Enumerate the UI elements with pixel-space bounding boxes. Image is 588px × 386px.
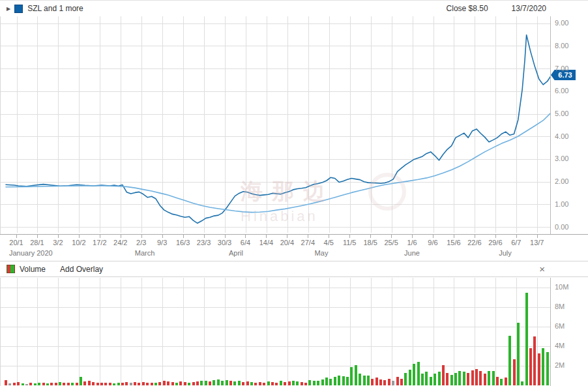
price-ytick-label: 9.00 <box>555 19 568 27</box>
volume-bar <box>130 383 132 386</box>
volume-bar <box>301 382 303 385</box>
x-axis-tick-label: 9/6 <box>428 239 437 246</box>
price-panel-header: ▶ SZL and 1 more Close $8.50 13/7/2020 <box>0 1 588 16</box>
stock-chart-widget: ▶ SZL and 1 more Close $8.50 13/7/2020 海… <box>0 0 588 386</box>
volume-bar <box>321 379 324 385</box>
volume-bar <box>263 383 265 386</box>
volume-bar <box>375 378 378 385</box>
volume-bar <box>158 382 161 385</box>
x-axis-tick <box>204 235 205 238</box>
volume-bar <box>175 383 178 386</box>
volume-bar <box>313 381 316 385</box>
volume-bar <box>88 381 91 385</box>
volume-bar <box>100 383 103 385</box>
volume-bar <box>521 381 523 385</box>
volume-bar <box>71 383 74 386</box>
volume-bar <box>250 382 253 385</box>
x-axis-tick-label: 11/5 <box>343 239 357 246</box>
price-ytick-label: 6.00 <box>555 87 568 95</box>
volume-bar <box>325 378 328 385</box>
volume-title: Volume <box>20 265 46 274</box>
volume-bar <box>434 374 436 385</box>
volume-bar <box>508 336 511 386</box>
volume-bar <box>409 370 411 385</box>
volume-bar <box>484 374 486 385</box>
price-line-overlay <box>6 112 550 212</box>
volume-bar <box>238 381 241 385</box>
volume-bar <box>42 383 45 386</box>
volume-bar <box>454 373 457 386</box>
volume-bar <box>492 371 495 386</box>
x-axis-tick-label: 23/3 <box>197 239 211 246</box>
x-axis: 20/128/13/210/217/224/22/39/316/323/330/… <box>0 234 588 260</box>
volume-bar <box>379 379 382 385</box>
volume-bar <box>430 377 432 386</box>
price-ytick-label: 2.00 <box>555 177 568 185</box>
volume-bar <box>113 383 115 385</box>
x-axis-tick-label: 1/6 <box>407 239 417 246</box>
volume-bar <box>517 323 520 385</box>
volume-bar <box>458 371 461 385</box>
volume-bar <box>292 381 295 386</box>
price-ytick-label: 3.00 <box>555 155 568 162</box>
volume-bar <box>29 383 32 385</box>
volume-bar <box>233 381 236 385</box>
volume-bar <box>184 382 186 385</box>
price-plot-area[interactable]: 海那边 Hinabian <box>0 16 551 234</box>
volume-bar <box>471 370 474 385</box>
volume-bar <box>167 381 169 385</box>
x-axis-tick <box>370 235 371 238</box>
x-axis-month-label: July <box>499 249 512 257</box>
volume-bar <box>55 383 57 386</box>
x-axis-tick-label: 2/3 <box>136 239 146 246</box>
volume-bar <box>542 348 544 385</box>
collapse-arrow-icon[interactable]: ▶ <box>7 6 10 12</box>
volume-bar <box>271 382 274 385</box>
x-axis-tick <box>121 235 121 238</box>
volume-bar <box>363 376 366 385</box>
volume-bar <box>196 381 199 385</box>
x-axis-tick-label: 10/2 <box>72 239 85 246</box>
volume-bar <box>8 383 11 385</box>
volume-bar <box>22 383 24 385</box>
volume-bar <box>280 381 282 385</box>
price-ytick-label: 5.00 <box>555 110 568 117</box>
volume-bar <box>217 379 220 385</box>
volume-bar <box>338 376 340 385</box>
volume-bar <box>400 379 403 385</box>
volume-ytick-label: 10M <box>555 283 568 291</box>
add-overlay-button[interactable]: Add Overlay <box>60 265 103 274</box>
x-axis-tick <box>475 235 475 238</box>
x-axis-tick-label: 20/4 <box>280 239 294 246</box>
volume-bar <box>179 381 182 385</box>
volume-bar <box>467 373 469 386</box>
volume-bar <box>413 364 415 385</box>
volume-bar <box>50 383 53 385</box>
volume-bar <box>205 381 207 386</box>
volume-bar <box>334 377 336 385</box>
volume-bar <box>329 379 332 386</box>
volume-ytick-label: 6M <box>555 322 565 330</box>
volume-bar <box>67 383 70 385</box>
volume-bar <box>80 377 82 386</box>
volume-bar <box>59 382 61 385</box>
legend-symbol-label[interactable]: SZL and 1 more <box>27 4 83 13</box>
volume-bar <box>192 382 195 385</box>
x-axis-tick <box>391 235 392 238</box>
x-axis-month-label: March <box>135 249 155 257</box>
volume-bar <box>76 383 78 385</box>
x-axis-month-label: January 2020 <box>9 249 53 257</box>
volume-bar <box>17 382 20 385</box>
volume-bar <box>438 372 441 385</box>
x-axis-tick <box>245 235 246 238</box>
volume-bar <box>475 369 478 385</box>
volume-bar <box>284 382 286 385</box>
volume-plot-area[interactable] <box>0 278 551 386</box>
volume-bar <box>5 380 7 385</box>
volume-bar <box>25 384 28 385</box>
volume-bar <box>83 381 86 385</box>
volume-bar <box>392 381 394 385</box>
x-axis-tick <box>433 235 434 238</box>
close-volume-panel-button[interactable]: × <box>539 263 545 275</box>
x-axis-tick <box>349 235 350 238</box>
